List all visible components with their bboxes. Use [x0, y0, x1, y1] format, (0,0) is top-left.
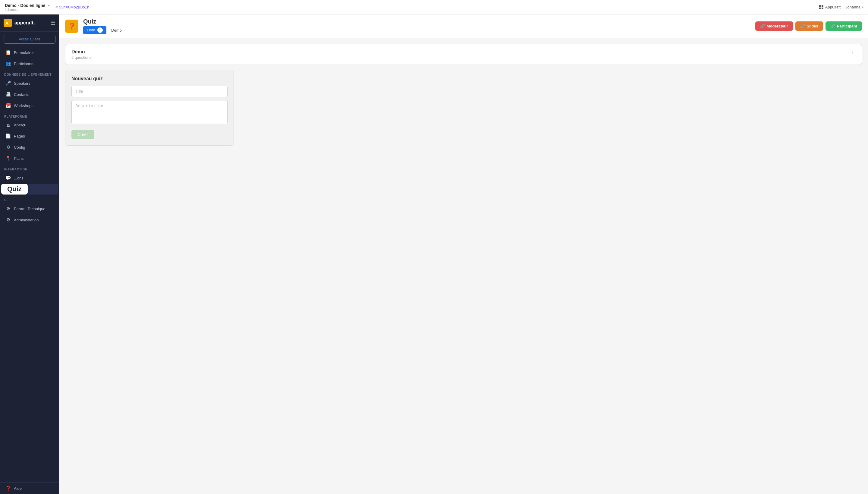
topbar-title: Demo - Doc en ligne [5, 3, 45, 8]
sidebar-section-general: 📋 Formulaires 👥 Participants [0, 47, 59, 69]
topbar-chevron-icon[interactable]: ▾ [48, 3, 50, 7]
sidebar: A appcraft. ☰ Accès au site 📋 Formulaire… [0, 15, 59, 494]
new-quiz-form: Nouveau quiz Créer [65, 70, 234, 146]
topbar-title-group: Demo - Doc en ligne ▾ Johanna [5, 3, 50, 12]
quiz-header-icon: ❓ [65, 20, 78, 33]
sidebar-item-label: Aide [14, 486, 22, 491]
sidebar-logo: A appcraft. ☰ [0, 15, 59, 32]
sidebar-item-label: Config [14, 145, 25, 150]
param-technique-icon: ⚙ [5, 206, 11, 211]
hash-value[interactable]: 53nX0MbjqlOo1h [59, 5, 89, 10]
appcraft-label: AppCraft [825, 5, 841, 10]
section-label-interaction: INTERACTION [0, 164, 59, 172]
topbar-hash: # 53nX0MbjqlOo1h [56, 5, 90, 10]
quiz-description-input[interactable] [72, 100, 228, 124]
sidebar-section-sl: ⚙ Param. Technique ⚙ Administration [0, 203, 59, 226]
hash-icon: # [56, 5, 58, 10]
moderateur-link-icon: 🔗 [760, 24, 765, 28]
interactions-icon: 💬 [5, 175, 11, 180]
tab-liste[interactable]: Liste 1 [83, 26, 106, 34]
sidebar-logo-text: appcraft. [15, 20, 35, 26]
quiz-card-info: Démo 2 questions [72, 49, 92, 60]
aide-icon: ❓ [5, 486, 11, 491]
sidebar-section-donnees: 🎤 Speakers 📇 Contacts 📅 Workshops [0, 77, 59, 111]
create-quiz-button[interactable]: Créer [72, 130, 94, 139]
section-label-sl: SL [0, 195, 59, 203]
grid-icon [819, 5, 823, 10]
layout: A appcraft. ☰ Accès au site 📋 Formulaire… [0, 15, 868, 494]
appcraft-logo-icon: A [4, 19, 12, 27]
speakers-icon: 🎤 [5, 80, 11, 86]
sidebar-item-interactions[interactable]: 💬 ...ons [1, 172, 58, 183]
sidebar-item-quiz[interactable]: Quiz ❓ Quiz [1, 184, 58, 194]
participant-label: Participant [837, 24, 857, 28]
sidebar-item-label: Formulaires [14, 50, 35, 55]
topbar-user-menu[interactable]: Johanna ▾ [845, 5, 863, 10]
quiz-card-menu-icon[interactable]: ⋮ [850, 51, 856, 58]
content-area: Démo 2 questions ⋮ Nouveau quiz Créer [59, 38, 868, 494]
sidebar-item-label: Plans [14, 156, 24, 161]
quiz-header-info: Quiz Liste 1 Démo [83, 18, 125, 34]
sidebar-menu-icon[interactable]: ☰ [51, 20, 56, 26]
config-icon: ⚙ [5, 145, 11, 150]
sidebar-item-aide[interactable]: ❓ Aide [1, 483, 58, 494]
sidebar-item-label: Param. Technique [14, 207, 45, 211]
sidebar-item-label: Pages [14, 134, 25, 138]
topbar-appcraft-link[interactable]: AppCraft [819, 5, 841, 10]
sidebar-item-label: Administration [14, 218, 39, 222]
tab-demo[interactable]: Démo [107, 27, 125, 34]
topbar: Demo - Doc en ligne ▾ Johanna # 53nX0Mbj… [0, 0, 868, 15]
formulaires-icon: 📋 [5, 50, 11, 55]
sidebar-item-label: Workshops [14, 103, 34, 108]
quiz-title-input[interactable] [72, 86, 228, 97]
plans-icon: 📍 [5, 156, 11, 161]
sidebar-section-plateforme: 🖥 Aperçu 📄 Pages ⚙ Config 📍 Plans [0, 119, 59, 164]
content-header: ❓ Quiz Liste 1 Démo 🔗 Modérateur 🔗 [59, 15, 868, 38]
sidebar-item-param-technique[interactable]: ⚙ Param. Technique [1, 203, 58, 214]
svg-text:A: A [5, 21, 8, 26]
sidebar-bottom: ❓ Aide [0, 482, 59, 494]
quiz-tabs: Liste 1 Démo [83, 26, 125, 34]
sidebar-item-label: Speakers [14, 81, 31, 86]
moderateur-button[interactable]: 🔗 Modérateur [755, 21, 793, 31]
participants-icon: 👥 [5, 61, 11, 66]
sidebar-item-config[interactable]: ⚙ Config [1, 142, 58, 153]
sidebar-item-plans[interactable]: 📍 Plans [1, 153, 58, 164]
sidebar-item-speakers[interactable]: 🎤 Speakers [1, 78, 58, 89]
slides-button[interactable]: 🔗 Slides [795, 21, 823, 31]
access-site-button[interactable]: Accès au site [4, 35, 56, 44]
apercu-icon: 🖥 [5, 122, 11, 128]
sidebar-item-label: ...ons [14, 176, 23, 180]
quiz-tooltip-label: Quiz [7, 185, 22, 193]
user-label: Johanna [845, 5, 861, 10]
sidebar-item-label: Participants [14, 61, 34, 66]
workshops-icon: 📅 [5, 103, 11, 108]
header-actions: 🔗 Modérateur 🔗 Slides 🔗 Participant [755, 21, 862, 31]
sidebar-item-apercu[interactable]: 🖥 Aperçu [1, 120, 58, 130]
sidebar-section-interaction: 💬 ...ons Quiz ❓ Quiz [0, 172, 59, 195]
sidebar-item-formulaires[interactable]: 📋 Formulaires [1, 47, 58, 58]
sidebar-item-pages[interactable]: 📄 Pages [1, 131, 58, 141]
user-chevron-icon: ▾ [862, 5, 863, 9]
section-label-donnees: DONNÉES DE L'ÉVÉNEMENT [0, 69, 59, 77]
quiz-tooltip: Quiz [1, 184, 28, 194]
quiz-icon-symbol: ❓ [68, 23, 76, 30]
topbar-right: AppCraft Johanna ▾ [819, 5, 863, 10]
quiz-demo-card: Démo 2 questions ⋮ [65, 44, 862, 65]
sidebar-item-label: Contacts [14, 92, 29, 97]
main-content: ❓ Quiz Liste 1 Démo 🔗 Modérateur 🔗 [59, 15, 868, 494]
sidebar-item-participants[interactable]: 👥 Participants [1, 58, 58, 69]
contacts-icon: 📇 [5, 92, 11, 97]
sidebar-item-workshops[interactable]: 📅 Workshops [1, 100, 58, 111]
quiz-card-title: Démo [72, 49, 92, 55]
slides-label: Slides [807, 24, 818, 28]
sidebar-item-label: Aperçu [14, 123, 26, 127]
sidebar-item-contacts[interactable]: 📇 Contacts [1, 89, 58, 100]
sidebar-item-administration[interactable]: ⚙ Administration [1, 214, 58, 225]
pages-icon: 📄 [5, 133, 11, 139]
administration-icon: ⚙ [5, 217, 11, 223]
slides-link-icon: 🔗 [800, 24, 805, 28]
topbar-subtitle: Johanna [5, 8, 50, 12]
participant-button[interactable]: 🔗 Participant [826, 21, 862, 31]
tab-liste-badge: 1 [97, 27, 103, 33]
